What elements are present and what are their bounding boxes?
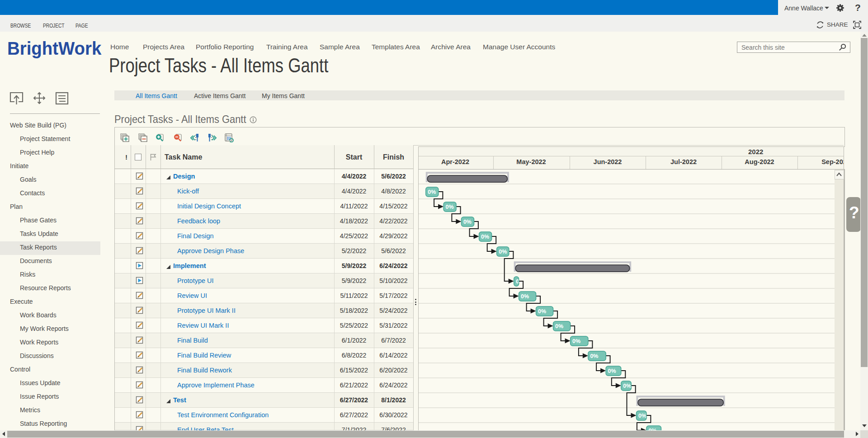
svg-text:0%: 0% — [428, 189, 436, 195]
svg-text:0%: 0% — [555, 323, 563, 330]
svg-text:0%: 0% — [446, 204, 454, 210]
svg-text:0%: 0% — [499, 249, 507, 255]
svg-text:0%: 0% — [521, 293, 529, 300]
svg-text:0%: 0% — [590, 353, 598, 359]
svg-text:0%: 0% — [463, 219, 472, 225]
svg-text:0%: 0% — [608, 368, 616, 374]
svg-text:0%: 0% — [638, 413, 646, 419]
svg-text:0%: 0% — [538, 308, 546, 315]
svg-text:0%: 0% — [481, 234, 489, 240]
svg-text:0%: 0% — [623, 383, 631, 389]
svg-text:0%: 0% — [572, 338, 580, 344]
